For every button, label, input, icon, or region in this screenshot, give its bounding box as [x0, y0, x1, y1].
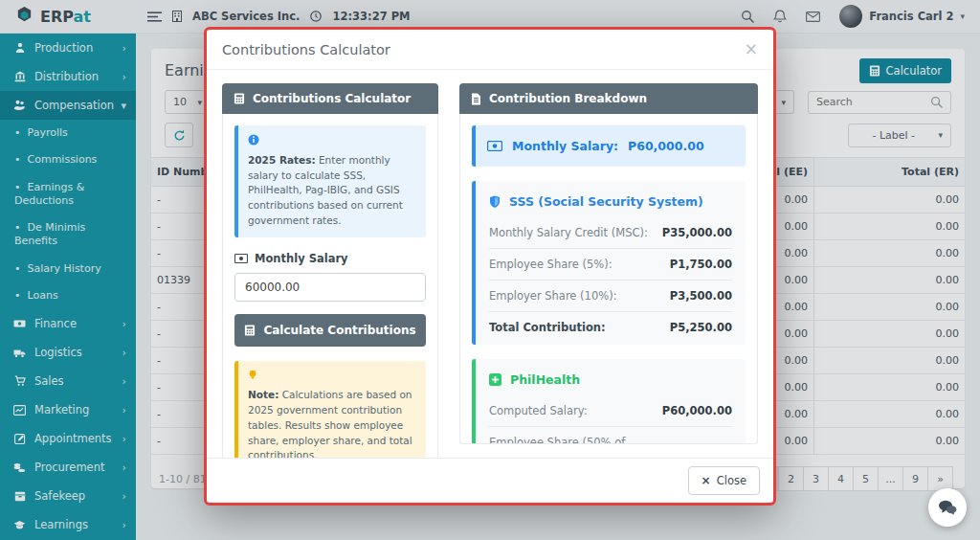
- monthly-salary-label: Monthly Salary: [255, 252, 348, 265]
- money-icon: [234, 254, 248, 263]
- calculator-panel: Contributions Calculator 2025 Rates: Ent…: [222, 83, 438, 444]
- breakdown-panel: Contribution Breakdown Monthly Salary: P…: [459, 83, 758, 444]
- breakdown-row: Employer Share (10%):P3,500.00: [489, 280, 732, 311]
- info-circle-icon: [248, 134, 416, 150]
- rates-info-box: 2025 Rates: Enter monthly salary to calc…: [234, 125, 426, 237]
- plus-square-icon: [489, 373, 501, 386]
- calculator-icon: [234, 93, 245, 104]
- calculate-contributions-button[interactable]: Calculate Contributions: [234, 314, 426, 347]
- breakdown-row: Monthly Salary Credit (MSC):P35,000.00: [489, 217, 732, 248]
- calculator-panel-title: Contributions Calculator: [253, 92, 411, 105]
- document-icon: [471, 93, 481, 105]
- breakdown-panel-title: Contribution Breakdown: [489, 92, 647, 105]
- breakdown-row: Employee Share (50% of 5.00%):P1,500.00: [489, 426, 732, 444]
- chat-fab-button[interactable]: [928, 488, 967, 527]
- chat-bubbles-icon: [938, 500, 957, 516]
- shield-icon: [489, 195, 501, 208]
- philhealth-section-title: PhilHealth: [510, 372, 580, 387]
- lightbulb-icon: [248, 370, 416, 386]
- sss-section-title: SSS (Social Security System): [509, 194, 703, 209]
- modal-close-button[interactable]: × Close: [688, 466, 760, 495]
- monthly-salary-summary: Monthly Salary: P60,000.00: [472, 125, 746, 167]
- note-box: Note: Calculations are based on 2025 gov…: [234, 361, 426, 459]
- money-icon: [487, 141, 502, 151]
- close-x-icon: ×: [702, 474, 711, 487]
- breakdown-row: Employee Share (5%):P1,750.00: [489, 248, 732, 280]
- breakdown-total-row: Total Contribution:P5,250.00: [489, 311, 732, 343]
- modal-close-icon[interactable]: ×: [745, 41, 758, 57]
- philhealth-section: PhilHealth Computed Salary:P60,000.00 Em…: [472, 359, 746, 444]
- sss-section: SSS (Social Security System) Monthly Sal…: [472, 181, 746, 345]
- calculator-icon: [244, 325, 256, 336]
- contributions-calculator-modal: Contributions Calculator × Contributions…: [204, 27, 776, 506]
- breakdown-row: Computed Salary:P60,000.00: [489, 395, 732, 426]
- modal-title: Contributions Calculator: [222, 42, 390, 57]
- monthly-salary-input[interactable]: [234, 273, 426, 302]
